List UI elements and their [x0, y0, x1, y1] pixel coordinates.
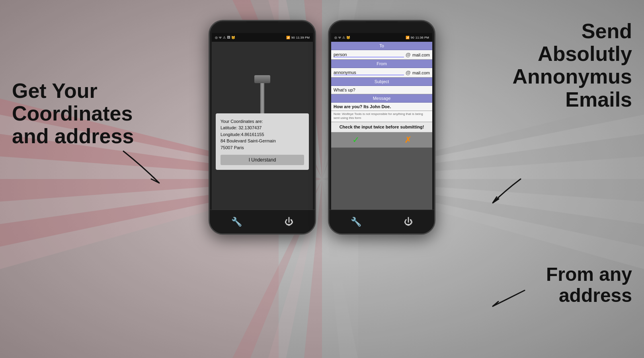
- power-icon[interactable]: ⏻: [285, 217, 293, 227]
- right-line3: Annonymus: [513, 65, 632, 88]
- phone-2: ◎ Ψ ⚠ 🐱 📶 90 11:36 PM To @: [328, 20, 435, 235]
- nail-shaft: [260, 83, 264, 115]
- coordinates-text: Your Coordinates are: Latitude: 32.13074…: [221, 118, 304, 151]
- phone2-status-icons: ◎ Ψ ⚠ 🐱: [334, 36, 350, 39]
- coordinates-dialog: Your Coordinates are: Latitude: 32.13074…: [216, 113, 309, 170]
- right-line4: Emails: [565, 88, 632, 111]
- phone1-right-icons: 📶 90 11:39 PM: [286, 36, 310, 39]
- cancel-button[interactable]: ✗: [404, 135, 412, 145]
- left-line2: Coordinates: [12, 102, 133, 125]
- phone1-content: Your Coordinates are: Latitude: 32.13074…: [212, 42, 313, 210]
- message-value: How are you? Its John Doe.: [334, 104, 391, 109]
- battery-icon: 90: [291, 36, 295, 39]
- understand-button[interactable]: I Understand: [221, 155, 304, 165]
- wifi-icon: 📶: [286, 36, 290, 39]
- battery-icon2: 90: [411, 36, 414, 39]
- right-top-arrow: [485, 175, 533, 215]
- phones-container: ◎ Ψ ⚠ 🖼 🐱 📶 90 11:39 PM: [209, 20, 435, 235]
- right-bottom-text: From any address: [546, 264, 632, 306]
- phone1-screen: ◎ Ψ ⚠ 🖼 🐱 📶 90 11:39 PM: [212, 33, 313, 210]
- confirm-button[interactable]: ✓: [352, 135, 359, 145]
- email-form: To @ mail.com From @ mail.com Subject: [331, 42, 432, 148]
- from-domain: mail.com: [412, 70, 430, 75]
- right-bottom-line1: From any: [546, 264, 632, 285]
- subject-input-row[interactable]: What's up?: [331, 86, 432, 94]
- right-line2: Absolutly: [538, 42, 632, 65]
- nail-head: [254, 75, 270, 83]
- phone1-bottom-nav: 🔧 ⏻: [210, 210, 315, 233]
- gps-icon: ◎: [215, 36, 218, 39]
- gps-icon2: ◎: [334, 36, 337, 39]
- phone1-status-bar: ◎ Ψ ⚠ 🖼 🐱 📶 90 11:39 PM: [212, 33, 313, 42]
- power-icon2[interactable]: ⏻: [404, 217, 413, 227]
- left-line1: Get Your: [12, 79, 98, 102]
- usb-icon2: Ψ: [338, 36, 341, 39]
- to-input-row: @ mail.com: [331, 50, 432, 60]
- right-bottom-line2: address: [559, 285, 632, 306]
- from-input-row: @ mail.com: [331, 68, 432, 78]
- usb-icon: Ψ: [219, 36, 222, 39]
- subject-label: Subject: [331, 78, 432, 86]
- right-line1: Send: [582, 19, 632, 43]
- to-domain: mail.com: [412, 53, 430, 57]
- from-user-input[interactable]: [334, 70, 404, 75]
- warning-icon2: ⚠: [342, 36, 345, 39]
- phone-1: ◎ Ψ ⚠ 🖼 🐱 📶 90 11:39 PM: [209, 20, 316, 235]
- phone2-right-icons: 📶 90 11:36 PM: [406, 36, 429, 39]
- time-display2: 11:36 PM: [416, 36, 429, 39]
- tools-icon2[interactable]: 🔧: [351, 217, 361, 227]
- at-symbol-2: @: [406, 70, 411, 76]
- form-actions: ✓ ✗: [331, 132, 432, 148]
- left-arrow: [111, 143, 191, 203]
- warning-icon: ⚠: [223, 36, 226, 39]
- cat-icon2: 🐱: [346, 36, 350, 39]
- phone2-status-bar: ◎ Ψ ⚠ 🐱 📶 90 11:36 PM: [331, 33, 432, 42]
- subject-value: What's up?: [334, 88, 355, 92]
- time-display: 11:39 PM: [296, 36, 310, 39]
- form-note: Note: Wolfeye Tools is not responsible f…: [331, 111, 432, 122]
- message-input-row[interactable]: How are you? Its John Doe.: [331, 103, 432, 111]
- form-warning: Check the input twice before submitting!: [331, 122, 432, 132]
- from-label: From: [331, 60, 432, 68]
- nail-image: [254, 75, 270, 115]
- message-label: Message: [331, 94, 432, 103]
- to-user-input[interactable]: [334, 52, 404, 57]
- phone2-bottom-nav: 🔧 ⏻: [329, 210, 434, 233]
- tools-icon[interactable]: 🔧: [231, 217, 242, 227]
- at-symbol-1: @: [406, 52, 411, 58]
- photo-icon: 🖼: [227, 36, 230, 39]
- left-text: Get Your Coordinates and address: [12, 80, 134, 148]
- wifi-icon2: 📶: [406, 36, 410, 39]
- cat-icon: 🐱: [231, 36, 235, 39]
- right-top-text: Send Absolutly Annonymus Emails: [513, 20, 632, 111]
- phone2-screen: ◎ Ψ ⚠ 🐱 📶 90 11:36 PM To @: [331, 33, 432, 210]
- right-bottom-arrow: [485, 286, 541, 318]
- to-label: To: [331, 42, 432, 50]
- phone1-status-icons: ◎ Ψ ⚠ 🖼 🐱: [215, 36, 235, 39]
